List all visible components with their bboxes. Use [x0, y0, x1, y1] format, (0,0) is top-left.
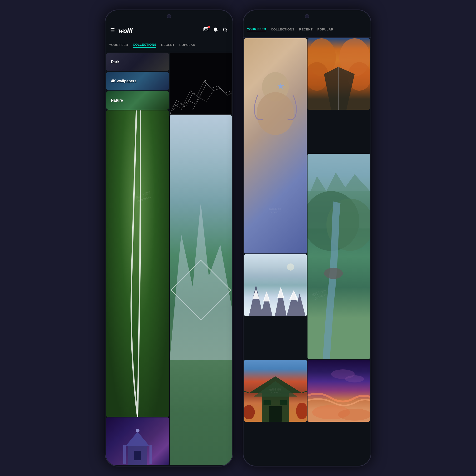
watermark-anime: 瞄具小程序qx.oove.cc [270, 207, 281, 213]
svg-rect-41 [263, 400, 271, 405]
svg-marker-35 [277, 287, 284, 298]
tile-night-sky[interactable] [307, 360, 370, 422]
svg-rect-8 [123, 445, 126, 464]
svg-point-2 [223, 28, 227, 31]
tabs-left: YOUR FEED COLLECTIONS RECENT POPULAR [105, 39, 233, 52]
tab-popular-left[interactable]: POPULAR [179, 43, 195, 47]
tile-black-mountain[interactable] [170, 52, 232, 115]
svg-marker-11 [170, 203, 232, 360]
tab-recent-left[interactable]: RECENT [161, 43, 174, 47]
phone-right: YOUR FEED COLLECTIONS RECENT POPULAR [243, 10, 371, 466]
logo-left: walli [119, 26, 200, 35]
status-bar-right [243, 10, 371, 22]
collection-dark-label: Dark [111, 60, 119, 64]
collection-4k-label: 4K wallpapers [111, 79, 136, 83]
notification-badge-layers [207, 26, 210, 28]
tab-collections-left[interactable]: COLLECTIONS [133, 43, 156, 48]
svg-marker-34 [263, 291, 270, 302]
svg-marker-36 [289, 290, 298, 300]
tab-collections-right[interactable]: COLLECTIONS [271, 28, 294, 32]
svg-rect-40 [269, 406, 282, 422]
svg-point-26 [324, 268, 343, 279]
header-icons-left [203, 27, 228, 34]
collection-nature[interactable]: Nature [106, 91, 169, 110]
svg-point-43 [244, 405, 255, 419]
svg-point-48 [338, 409, 370, 421]
collection-4k[interactable]: 4K wallpapers [106, 72, 169, 90]
svg-rect-1 [204, 28, 207, 30]
tab-your-feed-right[interactable]: YOUR FEED [247, 27, 266, 32]
tile-road-aerial[interactable] [106, 110, 169, 417]
tab-your-feed-left[interactable]: YOUR FEED [109, 43, 128, 47]
phone-left: ☰ walli [105, 10, 233, 466]
svg-point-13 [257, 92, 294, 135]
svg-rect-42 [280, 400, 288, 405]
tile-river-valley[interactable] [307, 154, 370, 359]
status-bar-left [105, 10, 233, 22]
layers-icon[interactable] [203, 27, 209, 34]
svg-point-46 [345, 375, 364, 382]
tabs-right: YOUR FEED COLLECTIONS RECENT POPULAR [243, 22, 371, 38]
tile-pagoda[interactable]: 瞄具小程序qx.oove.cc [244, 360, 307, 422]
tile-architecture-left[interactable] [106, 417, 169, 465]
tile-valley[interactable] [170, 115, 232, 465]
camera-dot-right [305, 14, 309, 18]
tile-anime-figure[interactable]: 瞄具小程序qx.oove.cc [244, 38, 307, 254]
tile-snow-forest[interactable] [244, 254, 307, 316]
menu-icon[interactable]: ☰ [110, 27, 115, 34]
tile-autumn-road[interactable] [307, 38, 370, 110]
svg-rect-6 [134, 451, 141, 460]
svg-line-3 [226, 31, 227, 32]
content-right: 瞄具小程序qx.oove.cc [243, 38, 371, 466]
camera-dot-left [167, 14, 171, 18]
svg-marker-5 [126, 432, 150, 446]
search-icon-left[interactable] [222, 27, 228, 34]
svg-marker-33 [253, 289, 260, 299]
collection-nature-label: Nature [111, 98, 123, 102]
bell-icon[interactable] [213, 27, 218, 34]
svg-point-10 [205, 80, 206, 81]
svg-point-7 [136, 429, 139, 432]
tab-recent-right[interactable]: RECENT [299, 28, 312, 32]
svg-point-44 [296, 403, 307, 419]
tab-popular-right[interactable]: POPULAR [317, 28, 333, 32]
collection-dark[interactable]: Dark [106, 52, 169, 71]
svg-rect-9 [150, 445, 152, 464]
header-left: ☰ walli [105, 22, 233, 39]
content-left: Dark 4K wallpapers Nature [105, 52, 233, 466]
